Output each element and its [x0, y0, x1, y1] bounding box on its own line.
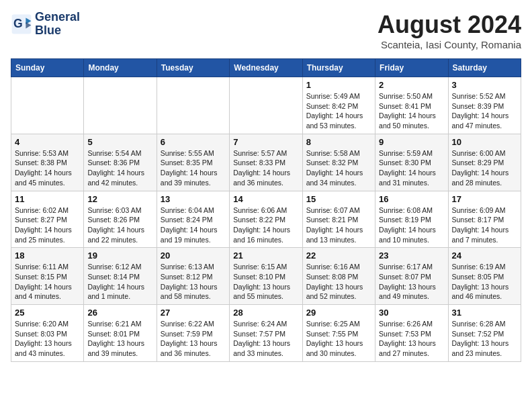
day-info: Sunrise: 6:28 AM Sunset: 7:52 PM Dayligh…	[452, 319, 517, 359]
day-info: Sunrise: 6:26 AM Sunset: 7:53 PM Dayligh…	[379, 319, 444, 359]
calendar-cell: 23Sunrise: 6:17 AM Sunset: 8:07 PM Dayli…	[375, 248, 448, 305]
calendar-cell	[84, 77, 157, 134]
day-info: Sunrise: 6:15 AM Sunset: 8:10 PM Dayligh…	[233, 262, 298, 302]
day-number: 16	[379, 194, 444, 204]
calendar-cell: 8Sunrise: 5:58 AM Sunset: 8:32 PM Daylig…	[302, 134, 375, 191]
calendar-cell: 14Sunrise: 6:06 AM Sunset: 8:22 PM Dayli…	[230, 191, 302, 248]
logo-text: General Blue	[35, 11, 80, 38]
calendar-cell: 28Sunrise: 6:24 AM Sunset: 7:57 PM Dayli…	[230, 305, 302, 362]
day-info: Sunrise: 5:57 AM Sunset: 8:33 PM Dayligh…	[233, 148, 298, 188]
day-info: Sunrise: 6:08 AM Sunset: 8:19 PM Dayligh…	[379, 205, 444, 245]
day-number: 21	[233, 250, 298, 261]
day-number: 11	[15, 194, 80, 204]
day-number: 24	[452, 250, 517, 261]
calendar-cell: 10Sunrise: 6:00 AM Sunset: 8:29 PM Dayli…	[448, 134, 521, 191]
day-number: 8	[306, 137, 371, 147]
weekday-header-thursday: Thursday	[302, 59, 375, 77]
day-number: 15	[306, 194, 371, 204]
calendar-cell	[230, 77, 302, 134]
calendar-cell: 31Sunrise: 6:28 AM Sunset: 7:52 PM Dayli…	[448, 305, 521, 362]
calendar-cell: 29Sunrise: 6:25 AM Sunset: 7:55 PM Dayli…	[302, 305, 375, 362]
day-info: Sunrise: 6:20 AM Sunset: 8:03 PM Dayligh…	[15, 319, 80, 359]
day-number: 7	[233, 137, 298, 147]
day-info: Sunrise: 6:17 AM Sunset: 8:07 PM Dayligh…	[379, 262, 444, 302]
page-header: G General Blue August 2024 Scanteia, Ias…	[11, 11, 521, 50]
day-info: Sunrise: 6:21 AM Sunset: 8:01 PM Dayligh…	[87, 319, 152, 359]
day-number: 22	[306, 250, 371, 261]
day-info: Sunrise: 6:09 AM Sunset: 8:17 PM Dayligh…	[452, 205, 517, 245]
day-info: Sunrise: 5:55 AM Sunset: 8:35 PM Dayligh…	[161, 148, 226, 188]
day-number: 28	[233, 308, 298, 318]
calendar-cell: 25Sunrise: 6:20 AM Sunset: 8:03 PM Dayli…	[11, 305, 84, 362]
calendar-cell: 21Sunrise: 6:15 AM Sunset: 8:10 PM Dayli…	[230, 248, 302, 305]
day-number: 3	[452, 80, 517, 90]
day-number: 19	[87, 250, 152, 261]
day-number: 14	[233, 194, 298, 204]
day-number: 31	[452, 308, 517, 318]
day-number: 4	[15, 137, 80, 147]
day-info: Sunrise: 6:06 AM Sunset: 8:22 PM Dayligh…	[233, 205, 298, 245]
calendar-cell: 7Sunrise: 5:57 AM Sunset: 8:33 PM Daylig…	[230, 134, 302, 191]
calendar-cell: 5Sunrise: 5:54 AM Sunset: 8:36 PM Daylig…	[84, 134, 157, 191]
day-info: Sunrise: 5:52 AM Sunset: 8:39 PM Dayligh…	[452, 91, 517, 131]
day-info: Sunrise: 6:00 AM Sunset: 8:29 PM Dayligh…	[452, 148, 517, 188]
day-info: Sunrise: 5:54 AM Sunset: 8:36 PM Dayligh…	[87, 148, 152, 188]
day-number: 26	[87, 308, 152, 318]
day-number: 9	[379, 137, 444, 147]
calendar-cell: 9Sunrise: 5:59 AM Sunset: 8:30 PM Daylig…	[375, 134, 448, 191]
weekday-header-saturday: Saturday	[448, 59, 521, 77]
day-number: 20	[161, 250, 226, 261]
calendar-cell: 4Sunrise: 5:53 AM Sunset: 8:38 PM Daylig…	[11, 134, 84, 191]
calendar-cell: 6Sunrise: 5:55 AM Sunset: 8:35 PM Daylig…	[157, 134, 229, 191]
day-info: Sunrise: 6:02 AM Sunset: 8:27 PM Dayligh…	[15, 205, 80, 245]
calendar-cell: 12Sunrise: 6:03 AM Sunset: 8:26 PM Dayli…	[84, 191, 157, 248]
calendar-cell: 1Sunrise: 5:49 AM Sunset: 8:42 PM Daylig…	[302, 77, 375, 134]
day-number: 18	[15, 250, 80, 261]
calendar-cell	[157, 77, 229, 134]
month-title: August 2024	[378, 11, 521, 39]
weekday-header-sunday: Sunday	[11, 59, 84, 77]
location: Scanteia, Iasi County, Romania	[378, 39, 521, 50]
day-number: 23	[379, 250, 444, 261]
day-info: Sunrise: 6:07 AM Sunset: 8:21 PM Dayligh…	[306, 205, 371, 245]
title-block: August 2024 Scanteia, Iasi County, Roman…	[378, 11, 521, 50]
day-info: Sunrise: 6:12 AM Sunset: 8:14 PM Dayligh…	[87, 262, 152, 302]
day-number: 29	[306, 308, 371, 318]
day-info: Sunrise: 6:04 AM Sunset: 8:24 PM Dayligh…	[161, 205, 226, 245]
day-number: 6	[161, 137, 226, 147]
day-info: Sunrise: 5:49 AM Sunset: 8:42 PM Dayligh…	[306, 91, 371, 131]
calendar-cell: 24Sunrise: 6:19 AM Sunset: 8:05 PM Dayli…	[448, 248, 521, 305]
day-number: 10	[452, 137, 517, 147]
day-number: 17	[452, 194, 517, 204]
logo: G General Blue	[11, 11, 80, 38]
calendar-cell: 17Sunrise: 6:09 AM Sunset: 8:17 PM Dayli…	[448, 191, 521, 248]
day-number: 2	[379, 80, 444, 90]
calendar-cell: 3Sunrise: 5:52 AM Sunset: 8:39 PM Daylig…	[448, 77, 521, 134]
calendar-cell: 20Sunrise: 6:13 AM Sunset: 8:12 PM Dayli…	[157, 248, 229, 305]
day-info: Sunrise: 6:16 AM Sunset: 8:08 PM Dayligh…	[306, 262, 371, 302]
calendar-table: SundayMondayTuesdayWednesdayThursdayFrid…	[11, 58, 521, 362]
day-info: Sunrise: 5:53 AM Sunset: 8:38 PM Dayligh…	[15, 148, 80, 188]
calendar-cell: 16Sunrise: 6:08 AM Sunset: 8:19 PM Dayli…	[375, 191, 448, 248]
day-number: 13	[161, 194, 226, 204]
day-number: 1	[306, 80, 371, 90]
day-number: 12	[87, 194, 152, 204]
calendar-cell: 2Sunrise: 5:50 AM Sunset: 8:41 PM Daylig…	[375, 77, 448, 134]
day-info: Sunrise: 6:11 AM Sunset: 8:15 PM Dayligh…	[15, 262, 80, 302]
weekday-header-friday: Friday	[375, 59, 448, 77]
day-info: Sunrise: 5:58 AM Sunset: 8:32 PM Dayligh…	[306, 148, 371, 188]
calendar-cell: 22Sunrise: 6:16 AM Sunset: 8:08 PM Dayli…	[302, 248, 375, 305]
day-info: Sunrise: 5:50 AM Sunset: 8:41 PM Dayligh…	[379, 91, 444, 131]
calendar-cell: 26Sunrise: 6:21 AM Sunset: 8:01 PM Dayli…	[84, 305, 157, 362]
day-info: Sunrise: 6:24 AM Sunset: 7:57 PM Dayligh…	[233, 319, 298, 359]
day-info: Sunrise: 6:22 AM Sunset: 7:59 PM Dayligh…	[161, 319, 226, 359]
day-info: Sunrise: 6:13 AM Sunset: 8:12 PM Dayligh…	[161, 262, 226, 302]
day-info: Sunrise: 6:25 AM Sunset: 7:55 PM Dayligh…	[306, 319, 371, 359]
calendar-cell: 27Sunrise: 6:22 AM Sunset: 7:59 PM Dayli…	[157, 305, 229, 362]
calendar-cell: 13Sunrise: 6:04 AM Sunset: 8:24 PM Dayli…	[157, 191, 229, 248]
calendar-cell	[11, 77, 84, 134]
day-info: Sunrise: 5:59 AM Sunset: 8:30 PM Dayligh…	[379, 148, 444, 188]
calendar-cell: 30Sunrise: 6:26 AM Sunset: 7:53 PM Dayli…	[375, 305, 448, 362]
day-number: 25	[15, 308, 80, 318]
weekday-header-wednesday: Wednesday	[230, 59, 302, 77]
